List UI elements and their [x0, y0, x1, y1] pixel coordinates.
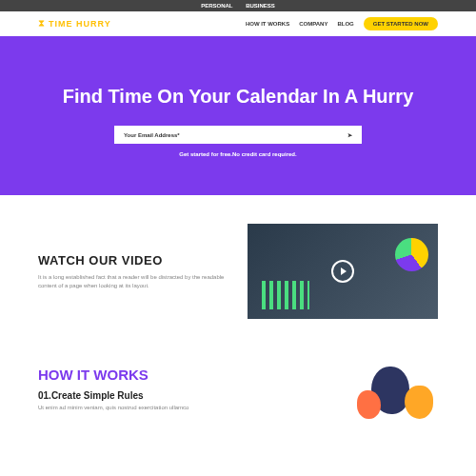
nav-links: HOW IT WORKS COMPANY BLOG GET STARTED NO… — [246, 17, 438, 30]
get-started-button[interactable]: GET STARTED NOW — [364, 17, 438, 30]
play-icon[interactable] — [331, 260, 354, 283]
nav-how-it-works[interactable]: HOW IT WORKS — [246, 21, 289, 27]
how-step-title: 01.Create Simple Rules — [38, 390, 246, 401]
nav-company[interactable]: COMPANY — [299, 21, 327, 27]
video-text: WATCH OUR VIDEO It is a long established… — [38, 253, 228, 290]
how-illustration — [265, 367, 438, 424]
navbar: ⧗ TIME HURRY HOW IT WORKS COMPANY BLOG G… — [0, 11, 476, 36]
logo[interactable]: ⧗ TIME HURRY — [38, 18, 111, 30]
hero-subtext: Get started for free.No credit card requ… — [38, 151, 438, 157]
email-placeholder: Your Email Address* — [124, 132, 180, 138]
brand-name: TIME HURRY — [49, 19, 111, 29]
topbar-personal[interactable]: PERSONAL — [201, 3, 232, 9]
hero-section: Find Time On Your Calendar In A Hurry Yo… — [0, 36, 476, 195]
illustration-shape — [357, 390, 381, 419]
top-bar: PERSONAL BUSINESS — [0, 0, 476, 11]
topbar-business[interactable]: BUSINESS — [246, 3, 275, 9]
how-title: HOW IT WORKS — [38, 367, 246, 383]
how-step-desc: Ut enim ad minim veniam, quis nostrud ex… — [38, 405, 246, 410]
video-title: WATCH OUR VIDEO — [38, 253, 228, 268]
hero-headline: Find Time On Your Calendar In A Hurry — [38, 84, 438, 109]
illustration-shape — [405, 386, 433, 419]
how-it-works-section: HOW IT WORKS 01.Create Simple Rules Ut e… — [0, 347, 476, 443]
video-thumbnail[interactable] — [248, 224, 438, 319]
video-desc: It is a long established fact that a rea… — [38, 273, 228, 290]
hourglass-icon: ⧗ — [38, 18, 45, 30]
nav-blog[interactable]: BLOG — [337, 21, 353, 27]
how-text: HOW IT WORKS 01.Create Simple Rules Ut e… — [38, 367, 246, 424]
email-input[interactable]: Your Email Address* ➤ — [114, 126, 362, 144]
video-section: WATCH OUR VIDEO It is a long established… — [0, 195, 476, 347]
send-icon[interactable]: ➤ — [347, 131, 352, 138]
